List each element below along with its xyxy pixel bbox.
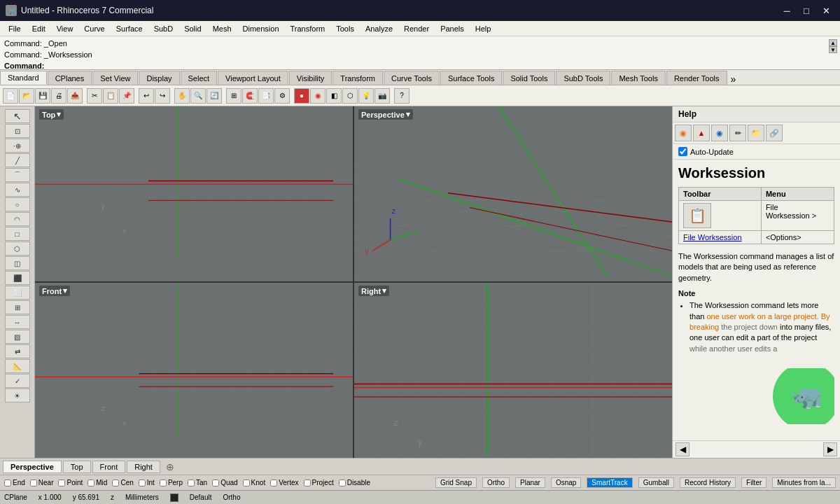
lt-mesh3[interactable]: ⊞ xyxy=(5,300,30,314)
menu-file[interactable]: File xyxy=(3,23,27,34)
tool-properties[interactable]: ⚙ xyxy=(274,88,290,104)
tab-set-view[interactable]: Set View xyxy=(92,71,138,85)
menu-edit[interactable]: Edit xyxy=(27,23,51,34)
menu-tools[interactable]: Tools xyxy=(330,23,360,34)
cmd-arrow-up[interactable]: ▲ xyxy=(829,39,837,46)
command-input[interactable] xyxy=(47,62,836,70)
status-filter[interactable]: Filter xyxy=(741,477,766,488)
lt-circle[interactable]: ○ xyxy=(5,197,30,211)
lt-freeform[interactable]: ∿ xyxy=(5,183,30,197)
tool-sphere[interactable]: ◉ xyxy=(310,88,326,104)
tab-surface-tools[interactable]: Surface Tools xyxy=(440,71,502,85)
viewport-front-label[interactable]: Front ▾ xyxy=(39,286,70,296)
snap-tan-checkbox[interactable] xyxy=(188,479,195,486)
status-gumball[interactable]: Gumball xyxy=(638,477,674,488)
menu-surface[interactable]: Surface xyxy=(111,23,148,34)
tab-cplanes[interactable]: CPlanes xyxy=(48,71,92,85)
lt-extrude[interactable]: ⬛ xyxy=(5,271,30,285)
menu-dimension[interactable]: Dimension xyxy=(237,23,285,34)
snap-point-checkbox[interactable] xyxy=(58,479,65,486)
tool-layer[interactable]: 📑 xyxy=(258,88,274,104)
tool-pan[interactable]: ✋ xyxy=(174,88,190,104)
snap-quad-checkbox[interactable] xyxy=(212,479,219,486)
help-folder-icon[interactable]: 📁 xyxy=(748,125,764,141)
snap-knot-checkbox[interactable] xyxy=(243,479,250,486)
tab-viewport-layout[interactable]: Viewport Layout xyxy=(218,71,288,85)
tool-rotate[interactable]: 🔄 xyxy=(206,88,222,104)
vp-tab-top[interactable]: Top xyxy=(63,461,91,473)
tab-standard[interactable]: Standard xyxy=(0,71,47,85)
tab-render-tools[interactable]: Render Tools xyxy=(666,71,727,85)
lt-select2[interactable]: ⊡ xyxy=(5,124,30,138)
lt-surface[interactable]: ◫ xyxy=(5,256,30,270)
snap-perp-checkbox[interactable] xyxy=(160,479,167,486)
lt-point[interactable]: ·⊕ xyxy=(5,139,30,153)
tab-transform[interactable]: Transform xyxy=(332,71,383,85)
menu-render[interactable]: Render xyxy=(398,23,435,34)
snap-near-checkbox[interactable] xyxy=(30,479,37,486)
tool-light[interactable]: 💡 xyxy=(358,88,374,104)
toolbar-expand[interactable]: » xyxy=(731,74,736,85)
lt-hatch[interactable]: ▨ xyxy=(5,330,30,344)
tool-help[interactable]: ? xyxy=(394,88,410,104)
tool-zoom[interactable]: 🔍 xyxy=(190,88,206,104)
scroll-left[interactable]: ◀ xyxy=(676,442,690,456)
lt-rect[interactable]: □ xyxy=(5,227,30,241)
lt-line[interactable]: ╱ xyxy=(5,153,30,167)
tab-curve-tools[interactable]: Curve Tools xyxy=(384,71,440,85)
status-osnap[interactable]: Osnap xyxy=(551,477,581,488)
tab-visibility[interactable]: Visibility xyxy=(289,71,332,85)
menu-subd[interactable]: SubD xyxy=(148,23,179,34)
menu-view[interactable]: View xyxy=(51,23,79,34)
scroll-right[interactable]: ▶ xyxy=(823,442,837,456)
tool-redo[interactable]: ↪ xyxy=(155,88,170,104)
file-worksession-link[interactable]: File Worksession xyxy=(683,233,742,241)
vp-tab-right[interactable]: Right xyxy=(127,461,160,473)
help-pencil-icon[interactable]: ✏ xyxy=(729,125,746,141)
help-color-icon[interactable]: ◉ xyxy=(675,125,692,141)
snap-project-checkbox[interactable] xyxy=(304,479,311,486)
tool-open[interactable]: 📂 xyxy=(19,88,34,104)
menu-help[interactable]: Help xyxy=(470,23,497,34)
tool-copy[interactable]: 📋 xyxy=(103,88,118,104)
status-record-history[interactable]: Record History xyxy=(680,477,736,488)
tool-save[interactable]: 💾 xyxy=(35,88,50,104)
snap-int-checkbox[interactable] xyxy=(139,479,146,486)
cmd-arrow-down[interactable]: ▼ xyxy=(829,46,837,53)
lt-render2[interactable]: ☀ xyxy=(5,388,30,402)
close-button[interactable]: ✕ xyxy=(818,4,834,18)
tool-circle[interactable]: ● xyxy=(294,88,309,104)
lt-polygon[interactable]: ⬡ xyxy=(5,241,30,255)
help-shading-icon[interactable]: ▲ xyxy=(693,125,710,141)
menu-mesh[interactable]: Mesh xyxy=(207,23,237,34)
menu-panels[interactable]: Panels xyxy=(435,23,470,34)
viewport-top[interactable]: y x Top ▾ xyxy=(35,106,353,281)
menu-analyze[interactable]: Analyze xyxy=(360,23,398,34)
status-grid-snap[interactable]: Grid Snap xyxy=(435,477,477,488)
tool-camera[interactable]: 📷 xyxy=(374,88,390,104)
lt-arc[interactable]: ◠ xyxy=(5,212,30,226)
tab-display[interactable]: Display xyxy=(139,71,179,85)
help-view-icon[interactable]: ◉ xyxy=(711,125,728,141)
menu-transform[interactable]: Transform xyxy=(285,23,331,34)
snap-cen-checkbox[interactable] xyxy=(112,479,119,486)
lt-check[interactable]: ✓ xyxy=(5,374,30,388)
tool-grid[interactable]: ⊞ xyxy=(226,88,241,104)
lt-select[interactable]: ↖ xyxy=(5,109,30,123)
viewport-right-label[interactable]: Right ▾ xyxy=(358,286,389,296)
tool-export[interactable]: 📤 xyxy=(67,88,83,104)
viewport-top-label[interactable]: Top ▾ xyxy=(39,109,64,120)
status-minutes[interactable]: Minutes from la... xyxy=(772,477,836,488)
snap-mid-checkbox[interactable] xyxy=(88,479,94,486)
maximize-button[interactable]: □ xyxy=(798,4,815,18)
menu-solid[interactable]: Solid xyxy=(178,23,206,34)
viewport-right[interactable]: z y Right ▾ xyxy=(354,283,672,458)
vp-tab-perspective[interactable]: Perspective xyxy=(3,461,62,473)
vp-tab-front[interactable]: Front xyxy=(92,461,126,473)
tab-subd-tools[interactable]: SubD Tools xyxy=(556,71,610,85)
lt-solid[interactable]: ⬜ xyxy=(5,286,30,300)
lt-analyze2[interactable]: 📐 xyxy=(5,359,30,373)
lt-polyline[interactable]: ⌒ xyxy=(5,168,30,182)
snap-disable-checkbox[interactable] xyxy=(339,479,346,486)
tool-surface2[interactable]: ◧ xyxy=(326,88,342,104)
